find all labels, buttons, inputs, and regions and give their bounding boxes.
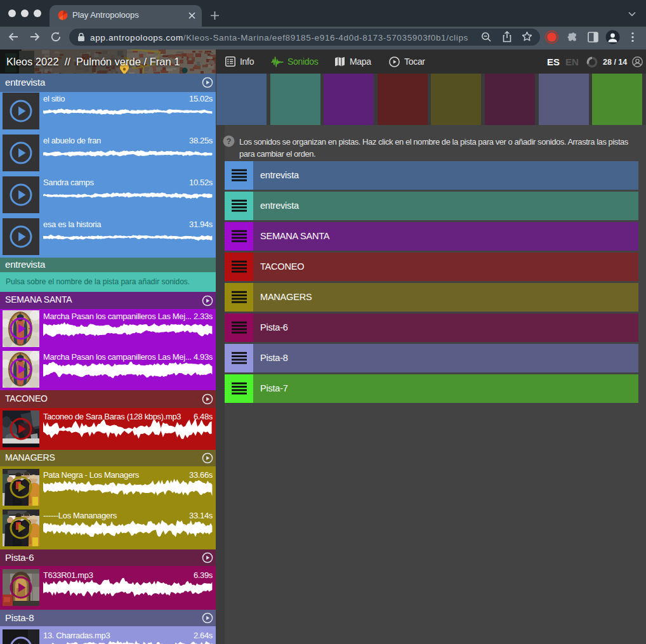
svg-text:?: ? [227, 137, 232, 146]
